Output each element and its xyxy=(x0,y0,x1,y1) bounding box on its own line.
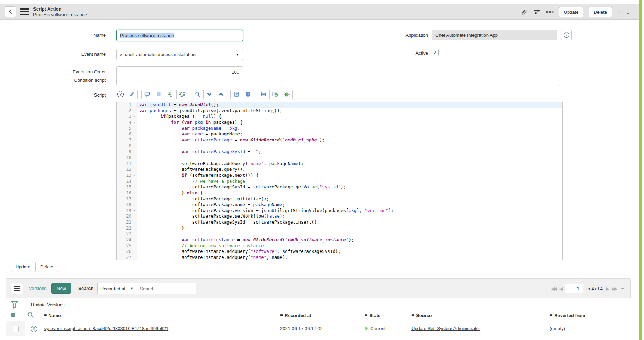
comment-icon xyxy=(144,91,150,98)
filter-funnel-icon[interactable] xyxy=(11,300,18,310)
script-editor-toolbar: abacabac? xyxy=(126,90,293,99)
code-line[interactable]: 15 softwarePackageSysId = softwarePackag… xyxy=(117,184,562,190)
code-fold-icon[interactable]: ▾ xyxy=(131,172,137,178)
list-personalize-gear-icon[interactable] xyxy=(9,311,17,320)
code-line[interactable]: 25 // Adding new software instance xyxy=(117,243,562,249)
search-button[interactable] xyxy=(192,90,204,99)
code-line[interactable]: 8 xyxy=(117,143,562,149)
application-info-button[interactable]: i xyxy=(561,30,572,40)
code-line[interactable]: 6 var name = packageName; xyxy=(117,131,562,137)
column-header-reverted-from[interactable]: ≡Reverted from xyxy=(550,312,585,318)
code-line[interactable]: 18 softwarePackage.name = packageName; xyxy=(117,202,562,208)
comment-button[interactable] xyxy=(141,90,153,99)
application-readonly-input: Chef Automate Integration App xyxy=(432,30,557,40)
attachment-paperclip-icon[interactable] xyxy=(520,8,528,16)
code-line[interactable]: 7 var softwarePackage = new GlideRecord(… xyxy=(117,137,562,143)
field-help-icon[interactable]: ? xyxy=(117,91,124,97)
column-header-recorded-at[interactable]: ≡Recorded at xyxy=(280,312,311,318)
replace-all-button[interactable]: abac xyxy=(176,90,188,99)
form-context-menu-icon[interactable] xyxy=(20,8,29,16)
tab-versions[interactable]: Versions xyxy=(29,286,47,291)
code-fold-icon[interactable]: ▾ xyxy=(131,208,137,214)
list-search-icon[interactable] xyxy=(27,311,35,320)
format-script-button[interactable] xyxy=(126,90,138,99)
previous-record-arrow-icon[interactable]: ↑ xyxy=(617,8,621,16)
search-field-select[interactable]: Recorded at ▼ xyxy=(97,283,137,294)
back-button[interactable] xyxy=(5,6,16,17)
editor-help-button[interactable]: ? xyxy=(242,90,254,99)
name-input[interactable]: Process software Instance xyxy=(116,30,243,41)
more-options-icon[interactable] xyxy=(546,8,554,16)
code-line[interactable]: 14 // we have a package xyxy=(117,178,562,184)
delete-button-bottom[interactable]: Delete xyxy=(35,262,58,272)
page-number-input[interactable] xyxy=(565,284,583,293)
code-line[interactable]: 26 softwareInstance.addQuery("software",… xyxy=(117,249,562,255)
code-line[interactable]: 12 softwarePackage.query(); xyxy=(117,166,562,172)
code-line[interactable]: 5 var packageName = pkg; xyxy=(117,126,562,132)
active-checkbox[interactable]: ✓ xyxy=(432,49,439,56)
code-line[interactable]: 17 softwarePackage.initialize(); xyxy=(117,196,562,202)
code-line[interactable]: 9 var softwarePackageSysId = ""; xyxy=(117,149,562,155)
first-page-icon[interactable]: ◀◀ xyxy=(551,286,556,291)
code-line[interactable]: 19▾ softwarePackage.version = jsonUtil.g… xyxy=(117,208,562,214)
open-window-icon xyxy=(234,91,239,98)
script-code-editor[interactable]: 1var jsonUtil = new JsonUtil();2var pack… xyxy=(116,102,563,260)
code-fold-gutter xyxy=(131,237,137,243)
code-line[interactable]: 27 softwareInstance.addQuery("name", nam… xyxy=(117,255,562,260)
personalize-form-sliders-icon[interactable] xyxy=(533,8,541,16)
source-update-set-link[interactable]: Update Set: System Administrator xyxy=(411,326,480,331)
save-button[interactable] xyxy=(258,90,270,99)
code-line[interactable]: 23 xyxy=(117,231,562,237)
code-line[interactable]: 1var jsonUtil = new JsonUtil(); xyxy=(117,102,562,108)
last-page-icon[interactable]: ▶▶ xyxy=(612,286,617,291)
replace-button[interactable]: abac xyxy=(165,90,177,99)
code-fold-gutter xyxy=(131,225,137,231)
condition-script-input[interactable] xyxy=(116,75,559,86)
code-fold-icon[interactable]: ▾ xyxy=(131,114,137,120)
code-line[interactable]: 21 softwarePackageSysId = softwarePackag… xyxy=(117,219,562,225)
code-line[interactable]: 2var packages = jsonUtil.parse(event.par… xyxy=(117,108,562,114)
replace-all-icon: abac xyxy=(179,91,185,98)
code-line[interactable]: 11 softwarePackage.addQuery('name', pack… xyxy=(117,161,562,167)
code-fold-icon[interactable]: ▾ xyxy=(131,120,137,126)
version-record-link[interactable]: sysevent_script_action_8acd4f2d2f303010f… xyxy=(44,326,168,331)
list-context-menu-icon[interactable] xyxy=(11,283,23,294)
column-header-source[interactable]: ≡Source xyxy=(411,312,432,318)
collapse-list-icon[interactable]: − xyxy=(620,286,625,291)
update-button-bottom[interactable]: Update xyxy=(11,262,35,272)
syntax-check-button[interactable] xyxy=(269,90,281,99)
code-line[interactable]: 24 var softwareInstance = new GlideRecor… xyxy=(117,237,562,243)
debug-icon xyxy=(284,91,290,98)
code-line[interactable]: 20 softwarePackage.setWorkflow(false); xyxy=(117,213,562,219)
previous-page-icon[interactable]: ◀ xyxy=(559,286,562,291)
new-version-button[interactable]: New xyxy=(51,283,71,294)
format-text-button[interactable] xyxy=(153,90,165,99)
open-window-button[interactable] xyxy=(230,90,242,99)
code-line[interactable]: 10 xyxy=(117,155,562,161)
delete-button[interactable]: Delete xyxy=(589,7,612,17)
code-line[interactable]: 3▾ if(packages !== null) { xyxy=(117,114,562,120)
code-fold-icon[interactable]: ▾ xyxy=(131,190,137,196)
list-search-input[interactable] xyxy=(136,283,196,294)
next-record-arrow-icon[interactable]: ↓ xyxy=(626,8,630,16)
debug-button[interactable] xyxy=(281,90,293,99)
code-line[interactable]: 22 } xyxy=(117,225,562,231)
record-preview-icon[interactable] xyxy=(30,325,38,334)
code-line[interactable]: 4▾ for (var pkg in packages) { xyxy=(117,120,562,126)
find-previous-button[interactable] xyxy=(215,90,227,99)
code-line[interactable]: 13▾ if (softwarePackage.next()) { xyxy=(117,172,562,178)
line-number: 13 xyxy=(117,172,131,178)
code-line[interactable]: 16▾ } else { xyxy=(117,190,562,196)
replace-icon: abac xyxy=(167,91,174,98)
code-fold-gutter xyxy=(131,178,137,184)
row-checkbox[interactable] xyxy=(13,326,19,332)
filter-breadcrumb[interactable]: Update Versions xyxy=(31,302,64,308)
code-fold-gutter xyxy=(131,108,137,114)
update-button[interactable]: Update xyxy=(559,7,584,17)
page: Script Action Process software Instance … xyxy=(0,0,644,340)
column-header-name[interactable]: ≡Name xyxy=(44,312,61,318)
find-next-button[interactable] xyxy=(203,90,215,99)
event-name-select[interactable]: x_chef_automate.process.installation ▼ xyxy=(116,49,243,60)
column-header-state[interactable]: ≡State xyxy=(365,312,380,318)
next-page-icon[interactable]: ▶ xyxy=(606,286,608,291)
